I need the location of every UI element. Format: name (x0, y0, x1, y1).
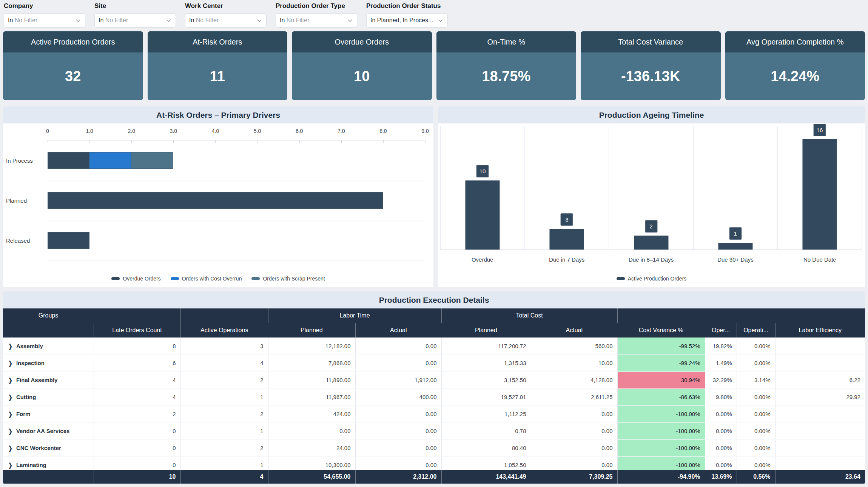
category-label: No Due Date (778, 256, 862, 263)
table-row[interactable]: ❯CNC Workcenter0224.000.0080.400.00-100.… (3, 439, 865, 456)
bar-segment-overdue-orders[interactable] (48, 232, 89, 249)
x-tick-label: 6.0 (296, 128, 303, 134)
cell-ops: 2 (180, 439, 268, 456)
x-tick-label: 0 (46, 128, 49, 134)
plot-area: In ProcessPlannedReleased (48, 140, 425, 260)
category-label: Due 30+ Days (693, 256, 777, 263)
legend-item[interactable]: Active Production Orders (617, 276, 687, 282)
stacked-bar-in-process (48, 152, 425, 169)
column-header-cost-actual[interactable]: Actual (531, 323, 617, 338)
x-tick-label: 8.0 (379, 128, 387, 134)
legend-item[interactable]: Overdue Orders (111, 276, 160, 282)
cell-variance: -100.00% (617, 456, 705, 470)
kpi-card-avg-operation-completion-: Avg Operation Completion %14.24% (725, 31, 865, 100)
filter-production-order-status: Production Order StatusIn Planned, In Pr… (366, 2, 448, 28)
data-label: 10 (476, 165, 489, 177)
legend-label: Orders with Cost Overrun (182, 276, 242, 282)
bar-no-due-date[interactable] (802, 139, 837, 250)
cell-late: 0 (94, 422, 180, 439)
legend-label: Overdue Orders (123, 276, 160, 282)
kpi-title: Avg Operation Completion % (725, 31, 865, 52)
filter-site: SiteIn No Filter (94, 2, 176, 28)
bar-segment-orders-with-cost-overrun[interactable] (89, 152, 131, 169)
cell-lt_planned: 10,300.00 (268, 456, 355, 470)
category-column: 3 (525, 126, 609, 250)
column-header-groups[interactable]: Groups (3, 308, 94, 323)
legend-swatch (171, 277, 179, 280)
filter-dropdown[interactable]: In No Filter (276, 13, 357, 28)
filter-dropdown[interactable]: In No Filter (94, 13, 176, 28)
cell-oper: 0.00% (705, 439, 737, 456)
totals-cell-operati: 0.56% (737, 470, 775, 484)
kpi-card-total-cost-variance: Total Cost Variance-136.13K (581, 31, 721, 100)
bar-due-in-7-days[interactable] (550, 229, 584, 250)
at-risk-drivers-chart-title: At-Risk Orders – Primary Drivers (3, 106, 433, 123)
filter-dropdown[interactable]: In Planned, In Proces... (366, 13, 448, 28)
totals-cell-lt_planned: 54,655.00 (268, 470, 355, 484)
bar-segment-orders-with-scrap-present[interactable] (131, 152, 173, 169)
expand-chevron-icon[interactable]: ❯ (8, 360, 12, 367)
table-row[interactable]: ❯Laminating0110,300.000.001,052.500.00-1… (3, 456, 865, 470)
kpi-title: Total Cost Variance (581, 31, 721, 52)
column-header-late-orders-count[interactable]: Late Orders Count (94, 323, 180, 338)
cell-ops: 2 (180, 371, 268, 388)
cell-tc_planned: 1,052.50 (441, 456, 531, 470)
cell-variance: -86.63% (617, 388, 705, 405)
cell-tc_planned: 0.78 (441, 422, 531, 439)
x-tick-label: 4.0 (212, 128, 219, 134)
expand-chevron-icon[interactable]: ❯ (8, 462, 12, 469)
legend-item[interactable]: Orders with Cost Overrun (171, 276, 242, 282)
table-row[interactable]: ❯Cutting4111,967.00400.0019,527.012,611.… (3, 388, 865, 405)
group-cell: ❯Form (3, 405, 94, 422)
totals-cell-variance: -94.90% (617, 470, 705, 484)
bar-overdue[interactable] (466, 180, 500, 250)
column-header-cost-planned[interactable]: Planned (441, 323, 531, 338)
totals-cell-lt_actual: 2,312.00 (355, 470, 441, 484)
totals-cell-ops: 4 (180, 470, 268, 484)
expand-chevron-icon[interactable]: ❯ (8, 377, 12, 384)
column-header-active-operations[interactable]: Active Operations (180, 323, 268, 338)
expand-chevron-icon[interactable]: ❯ (8, 411, 12, 418)
table-row[interactable]: ❯Vendor AA Services010.000.000.780.00-10… (3, 422, 865, 439)
kpi-card-on-time-: On-Time %18.75% (436, 31, 577, 100)
table-row[interactable]: ❯Form22424.000.001,112.250.00-100.00%0.0… (3, 405, 865, 422)
group-name: Inspection (16, 360, 45, 366)
filter-dropdown[interactable]: In No Filter (185, 13, 267, 28)
cell-tc_actual: 10.00 (531, 354, 617, 371)
expand-chevron-icon[interactable]: ❯ (8, 394, 12, 401)
bar-due-30-days[interactable] (718, 243, 752, 250)
bar-segment-overdue-orders[interactable] (48, 152, 89, 169)
table-row[interactable]: ❯Inspection647,868.000.001,315.3310.00-9… (3, 354, 865, 371)
column-header-labor-efficiency[interactable]: Labor Efficiency (775, 323, 865, 338)
expand-chevron-icon[interactable]: ❯ (8, 343, 12, 350)
chevron-down-icon (166, 17, 172, 23)
kpi-card-active-production-orders: Active Production Orders32 (3, 31, 143, 100)
table-row[interactable]: ❯Final Assembly4211,890.001,912.003,152.… (3, 371, 865, 388)
cell-ops: 3 (180, 338, 268, 354)
bar-due-in-8-14-days[interactable] (634, 236, 668, 250)
cell-late: 8 (94, 338, 180, 354)
cell-oper: 0.00% (705, 405, 737, 422)
category-column: 2 (609, 126, 693, 250)
kpi-title: On-Time % (436, 31, 577, 52)
column-header-labor-actual[interactable]: Actual (355, 323, 441, 338)
column-header-oper-truncated[interactable]: Oper... (705, 323, 737, 338)
cell-variance: -100.00% (617, 439, 705, 456)
table-row[interactable]: ❯Assembly8312,182.000.00117,200.72560.00… (3, 338, 865, 354)
column-header-cost-variance[interactable]: Cost Variance % (617, 323, 705, 338)
cell-variance: -99.24% (617, 354, 705, 371)
cell-lt_actual: 1,912.00 (355, 371, 441, 388)
expand-chevron-icon[interactable]: ❯ (8, 428, 12, 435)
filter-dropdown[interactable]: In No Filter (4, 13, 85, 28)
column-header-labor-planned[interactable]: Planned (268, 323, 355, 338)
legend-item[interactable]: Orders with Scrap Present (251, 276, 325, 282)
production-execution-table-title: Production Execution Details (3, 291, 865, 308)
bar-segment-overdue-orders[interactable] (48, 192, 383, 209)
column-header-operati-truncated[interactable]: Operati... (737, 323, 775, 338)
cell-lt_actual: 400.00 (355, 388, 441, 405)
category-label: Released (6, 237, 44, 244)
cell-operati: 0.00% (737, 405, 775, 422)
cell-oper: 1.49% (705, 354, 737, 371)
expand-chevron-icon[interactable]: ❯ (8, 445, 12, 452)
cell-labor_eff: 6.22 (775, 371, 865, 388)
